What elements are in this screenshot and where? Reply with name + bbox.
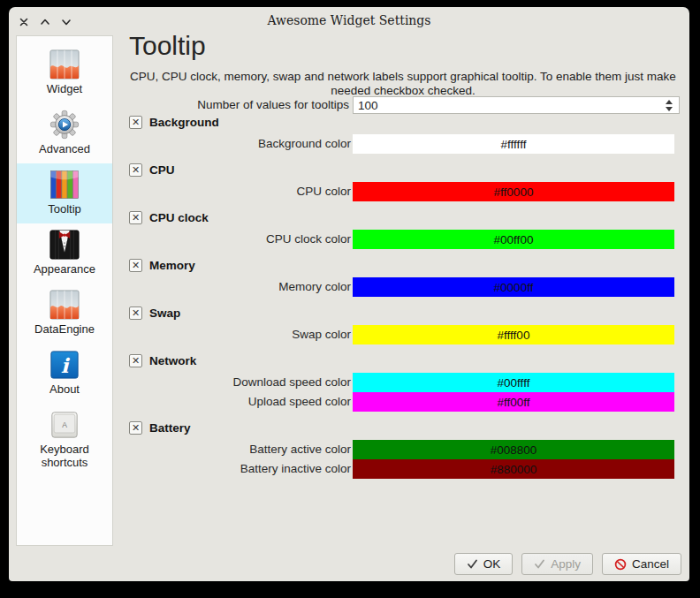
cancel-button[interactable]: Cancel — [602, 553, 681, 575]
section-header-memory: ✕ Memory — [129, 259, 674, 272]
advanced-gear-icon — [49, 110, 80, 140]
color-hex-value: #ffff00 — [498, 329, 530, 342]
upload-speed-color-swatch[interactable]: #ff00ff — [353, 392, 674, 412]
color-row-label: Battery inactive color — [129, 459, 353, 479]
swap-color-swatch[interactable]: #ffff00 — [353, 325, 674, 344]
titlebar: Awesome Widget Settings — [9, 7, 689, 35]
color-row-label: Background color — [129, 134, 353, 154]
spinner-arrows-icon[interactable] — [666, 100, 674, 111]
cpu-color-swatch[interactable]: #ff0000 — [353, 182, 674, 201]
section-checkbox[interactable]: ✕ — [129, 259, 142, 272]
section-label: CPU clock — [149, 211, 209, 224]
sidebar-item-label: DataEngine — [33, 322, 96, 336]
sidebar-item-dataengine[interactable]: DataEngine — [17, 284, 112, 344]
apply-check-icon — [534, 558, 545, 570]
widget-chart-icon — [49, 49, 80, 79]
section-checkbox[interactable]: ✕ — [129, 354, 142, 367]
color-row: CPU color #ff0000 — [129, 182, 674, 201]
values-spinner-row: Number of values for tooltips — [129, 96, 680, 114]
color-hex-value: #880000 — [491, 463, 537, 476]
section-checkbox[interactable]: ✕ — [129, 211, 142, 224]
color-hex-value: #008800 — [491, 443, 537, 457]
sidebar-item-label: About — [48, 382, 81, 396]
page-description: CPU, CPU clock, memory, swap and network… — [129, 70, 677, 98]
sidebar-item-tooltip[interactable]: Tooltip — [17, 163, 112, 223]
color-row-label: Upload speed color — [129, 392, 353, 412]
sidebar: Widget Advanced — [16, 35, 113, 546]
section-checkbox[interactable]: ✕ — [129, 421, 142, 435]
color-row: Battery active color #008800 — [129, 440, 674, 459]
section-header-background: ✕ Background — [129, 116, 674, 129]
spinner-down-icon[interactable] — [666, 107, 673, 111]
sidebar-item-keyboard-shortcuts[interactable]: A Keyboard shortcuts — [17, 404, 112, 477]
section-label: Swap — [149, 307, 180, 320]
sidebar-item-widget[interactable]: Widget — [17, 43, 112, 103]
color-hex-value: #ffffff — [501, 138, 527, 151]
sidebar-item-label: Keyboard shortcuts — [17, 443, 112, 469]
color-hex-value: #00ffff — [498, 376, 530, 390]
background-color-swatch[interactable]: #ffffff — [353, 134, 674, 154]
color-row: Memory color #0000ff — [129, 277, 674, 297]
color-row-label: Download speed color — [129, 373, 353, 392]
ok-check-icon — [467, 558, 478, 570]
appearance-tuxedo-icon — [49, 230, 80, 260]
dialog-buttons: OK Apply Cancel — [454, 553, 681, 575]
color-hex-value: #0000ff — [494, 281, 534, 294]
sidebar-item-about[interactable]: i About — [17, 344, 112, 404]
memory-color-swatch[interactable]: #0000ff — [353, 277, 674, 297]
section-header-swap: ✕ Swap — [129, 307, 674, 320]
color-hex-value: #ff0000 — [494, 185, 534, 199]
section-header-network: ✕ Network — [129, 354, 674, 367]
color-row-label: Battery active color — [129, 440, 353, 459]
values-spinner[interactable] — [353, 96, 680, 114]
color-row: Swap color #ffff00 — [129, 325, 674, 344]
values-spinner-input[interactable] — [358, 99, 666, 112]
section-checkbox[interactable]: ✕ — [129, 163, 142, 177]
battery-inactive-color-swatch[interactable]: #880000 — [353, 459, 674, 479]
ok-button-label: OK — [483, 557, 501, 571]
sidebar-item-advanced[interactable]: Advanced — [17, 103, 112, 163]
page-title: Tooltip — [129, 31, 206, 61]
settings-sections: ✕ Background Background color #ffffff ✕ … — [129, 116, 674, 479]
cancel-button-label: Cancel — [632, 557, 669, 571]
battery-active-color-swatch[interactable]: #008800 — [353, 440, 674, 459]
download-speed-color-swatch[interactable]: #00ffff — [353, 373, 674, 392]
sidebar-item-label: Tooltip — [46, 202, 83, 216]
section-label: Background — [149, 116, 219, 129]
apply-button[interactable]: Apply — [521, 553, 593, 575]
section-label: Battery — [149, 421, 191, 435]
sidebar-item-label: Appearance — [32, 262, 97, 276]
spinner-up-icon[interactable] — [666, 100, 673, 104]
ok-button[interactable]: OK — [454, 553, 514, 575]
color-row: Background color #ffffff — [129, 134, 674, 154]
about-info-icon: i — [49, 350, 80, 380]
keyboard-key-icon: A — [49, 410, 80, 440]
color-row: CPU clock color #00ff00 — [129, 230, 674, 249]
section-label: Network — [149, 354, 196, 367]
tooltip-settings-form: Number of values for tooltips ✕ Backgrou… — [129, 96, 674, 479]
color-row: Download speed color #00ffff — [129, 373, 674, 392]
apply-button-label: Apply — [551, 557, 581, 571]
cpu-clock-color-swatch[interactable]: #00ff00 — [353, 230, 674, 249]
color-row-label: Memory color — [129, 277, 353, 297]
tooltip-stripes-icon — [49, 170, 80, 200]
window-title: Awesome Widget Settings — [9, 7, 689, 35]
sidebar-item-appearance[interactable]: Appearance — [17, 223, 112, 284]
dataengine-chart-icon — [49, 290, 80, 320]
section-label: Memory — [149, 259, 195, 272]
section-label: CPU — [149, 163, 175, 177]
color-row-label: CPU clock color — [129, 230, 353, 249]
settings-window: Awesome Widget Settings Widget — [9, 7, 689, 581]
color-hex-value: #00ff00 — [494, 233, 534, 246]
values-spinner-label: Number of values for tooltips — [129, 96, 353, 114]
section-checkbox[interactable]: ✕ — [129, 307, 142, 320]
svg-text:A: A — [62, 420, 67, 429]
color-row: Battery inactive color #880000 — [129, 459, 674, 479]
section-checkbox[interactable]: ✕ — [129, 116, 142, 129]
sidebar-item-label: Advanced — [37, 142, 92, 155]
cancel-no-entry-icon — [614, 558, 627, 571]
color-row: Upload speed color #ff00ff — [129, 392, 674, 412]
section-header-battery: ✕ Battery — [129, 421, 674, 435]
color-hex-value: #ff00ff — [497, 396, 529, 409]
section-header-cpu: ✕ CPU — [129, 163, 674, 177]
